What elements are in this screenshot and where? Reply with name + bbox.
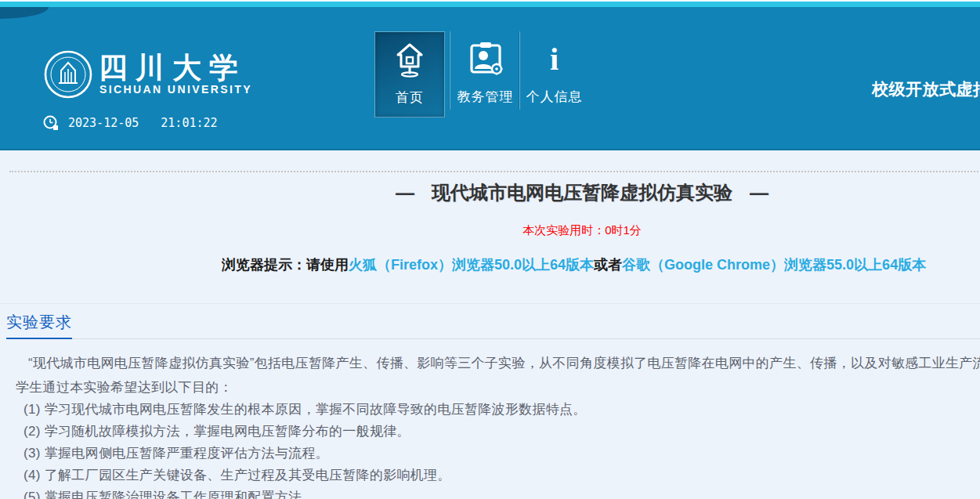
nav-item-personal-info[interactable]: i 个人信息 <box>521 31 588 118</box>
nav-label-personal-info: 个人信息 <box>521 88 588 106</box>
timer-value: 0时1分 <box>605 223 642 237</box>
current-time: 21:01:22 <box>161 116 217 130</box>
top-cyan-strip <box>0 2 980 7</box>
corner-decoration <box>0 7 49 19</box>
current-date: 2023-12-05 <box>68 116 139 130</box>
browser-hint-segment: 浏览器提示：请使用 <box>222 257 349 273</box>
datetime: 2023-12-05 21:01:22 <box>43 115 218 131</box>
personal-info-icon: i <box>521 39 588 80</box>
experiment-timer: 本次实验用时：0时1分 <box>0 223 980 238</box>
requirements-paragraph-line1: “现代城市电网电压暂降虚拟仿真实验”包括电压暂降产生、传播、影响等三个子实验，从… <box>16 354 980 372</box>
timer-label: 本次实验用时： <box>523 223 605 237</box>
requirement-item-1: (1) 学习现代城市电网电压暂降发生的根本原因，掌握不同故障导致的电压暂降波形数… <box>24 400 587 418</box>
requirement-item-3: (3) 掌握电网侧电压暂降严重程度评估方法与流程。 <box>24 444 329 462</box>
university-name-cn: 四川大学 <box>99 49 246 88</box>
nav-item-home[interactable]: 首页 <box>374 31 445 118</box>
heading-underline <box>6 338 72 339</box>
section-divider <box>0 303 980 304</box>
clock-icon <box>43 115 59 131</box>
heading-rule <box>6 338 980 339</box>
requirement-item-5: (5) 掌握电压暂降治理设备工作原理和配置方法。 <box>24 488 316 499</box>
title-dash-left: — <box>396 182 414 203</box>
browser-hint-segment: 或者 <box>594 257 622 273</box>
nav-label-home: 首页 <box>375 89 444 107</box>
home-icon <box>375 40 444 81</box>
nav-divider <box>519 31 520 110</box>
dotted-divider <box>9 171 980 172</box>
academic-admin-icon <box>451 39 519 80</box>
university-seal-icon <box>44 50 92 99</box>
requirement-item-4: (4) 了解工厂园区生产关键设备、生产过程及其受电压暂降的影响机理。 <box>24 466 451 484</box>
requirements-heading: 实验要求 <box>6 312 72 333</box>
browser-hint: 浏览器提示：请使用火狐（Firefox）浏览器50.0以上64版本或者谷歌（Go… <box>222 255 926 274</box>
requirements-paragraph-line2: 学生通过本实验希望达到以下目的： <box>16 378 233 396</box>
browser-hint-segment: 谷歌（Google Chrome）浏览器55.0以上64版本 <box>622 257 926 273</box>
nav-divider <box>450 31 450 110</box>
platform-title: 校级开放式虚拟仿真实验 <box>872 78 980 100</box>
experiment-title: 现代城市电网电压暂降虚拟仿真实验 <box>432 182 732 203</box>
page: 四川大学 SICHUAN UNIVERSITY 2023-12-05 21:01… <box>0 0 980 499</box>
title-dash-right: — <box>750 182 768 203</box>
experiment-title-row: —现代城市电网电压暂降虚拟仿真实验— <box>0 180 980 205</box>
browser-hint-segment: 火狐（Firefox）浏览器50.0以上64版本 <box>349 257 594 273</box>
university-name-en: SICHUAN UNIVERSITY <box>99 83 252 96</box>
requirement-item-2: (2) 学习随机故障模拟方法，掌握电网电压暂降分布的一般规律。 <box>24 422 410 440</box>
nav-label-academic-admin: 教务管理 <box>451 88 519 106</box>
nav-item-academic-admin[interactable]: 教务管理 <box>451 31 519 118</box>
header: 四川大学 SICHUAN UNIVERSITY 2023-12-05 21:01… <box>0 0 980 150</box>
